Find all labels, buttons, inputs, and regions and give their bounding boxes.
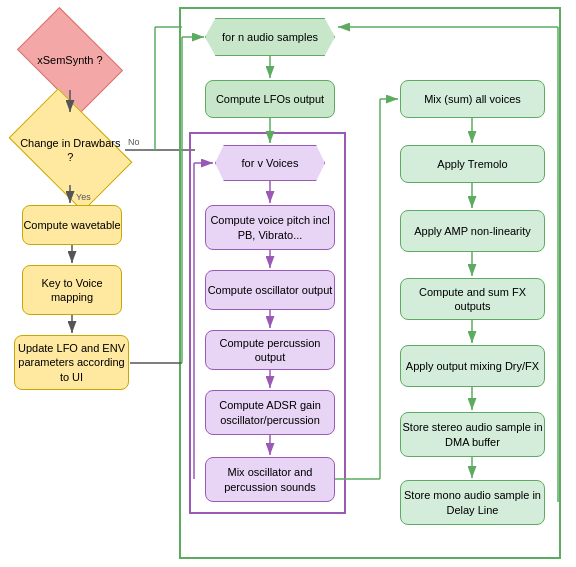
- updateLFO-box: Update LFO and ENV parameters according …: [14, 335, 129, 390]
- computeOscillator-box: Compute oscillator output: [205, 270, 335, 310]
- mixOscPercussion-box: Mix oscillator and percussion sounds: [205, 457, 335, 502]
- computeVoicePitch-box: Compute voice pitch incl PB, Vibrato...: [205, 205, 335, 250]
- applyAMP-box: Apply AMP non-linearity: [400, 210, 545, 252]
- computeADSR-box: Compute ADSR gain oscillator/percussion: [205, 390, 335, 435]
- computeFX-box: Compute and sum FX outputs: [400, 278, 545, 320]
- applyOutputMixing-box: Apply output mixing Dry/FX: [400, 345, 545, 387]
- computePercussion-box: Compute percussion output: [205, 330, 335, 370]
- forNAudio-box: for n audio samples: [205, 18, 335, 56]
- changeDrawbars-diamond: Change in Drawbars ?: [9, 88, 133, 212]
- mixAllVoices-box: Mix (sum) all voices: [400, 80, 545, 118]
- diagram: xSemSynth ? Change in Drawbars ? Compute…: [0, 0, 576, 567]
- computeLFOs-box: Compute LFOs output: [205, 80, 335, 118]
- storeStereo-box: Store stereo audio sample in DMA buffer: [400, 412, 545, 457]
- storeMono-box: Store mono audio sample in Delay Line: [400, 480, 545, 525]
- applyTremolo-box: Apply Tremolo: [400, 145, 545, 183]
- xSemSynth-diamond: xSemSynth ?: [17, 7, 123, 113]
- keyToVoice-box: Key to Voice mapping: [22, 265, 122, 315]
- svg-text:No: No: [128, 137, 140, 147]
- svg-rect-10: [190, 133, 345, 513]
- forVVoices-box: for v Voices: [215, 145, 325, 181]
- computeWavetable-box: Compute wavetable: [22, 205, 122, 245]
